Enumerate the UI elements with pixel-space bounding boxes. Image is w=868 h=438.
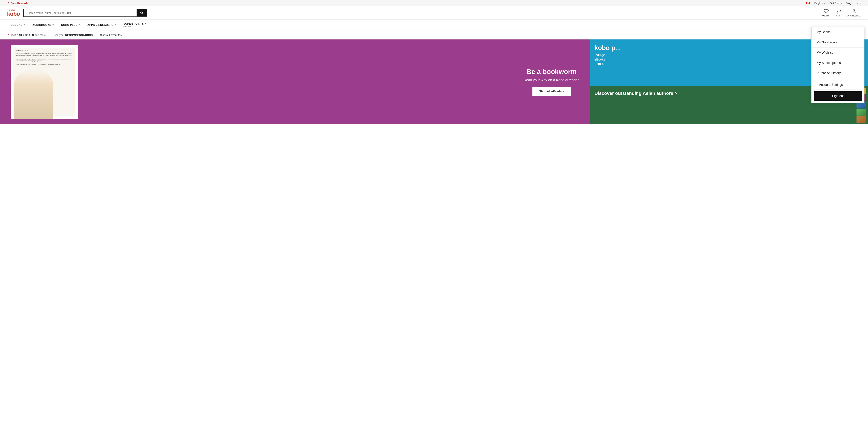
recommendations-label: See your RECOMMENDATIONS xyxy=(54,33,93,36)
nav-koboplus-label: KOBO PLUS xyxy=(61,23,78,26)
header-actions: Wishlist Cart My Account ▲ xyxy=(822,9,861,17)
search-bar xyxy=(23,9,147,17)
hero-subtitle: Read your way on a Kobo eReader. xyxy=(524,78,580,82)
dropdown-purchase-history[interactable]: Purchase History xyxy=(812,68,864,79)
earn-rewards-link[interactable]: Earn Rewards xyxy=(10,2,28,5)
my-account-label: My Account xyxy=(846,14,858,17)
nav-ebooks-label: eBOOKS xyxy=(10,23,23,26)
purchase-history-label: Purchase History xyxy=(816,71,841,75)
help-link[interactable]: Help xyxy=(856,2,861,5)
secondary-nav: ⚑ Get DAILY DEALS and more! See your REC… xyxy=(0,30,868,39)
my-subscriptions-label: My Subscriptions xyxy=(816,61,841,65)
hero-area: CHAPTER II · 1 OF 19 It was pleasant to … xyxy=(0,39,868,124)
my-account-action[interactable]: My Account ▲ xyxy=(846,9,861,17)
recommendations-link[interactable]: See your RECOMMENDATIONS xyxy=(50,33,96,37)
account-dropdown: My Books My Notebooks My Wishlist My Sub… xyxy=(811,27,865,103)
gift-cards-link[interactable]: Gift Cards xyxy=(830,2,842,5)
book-cover-5 xyxy=(857,116,866,123)
my-wishlist-label: My Wishlist xyxy=(816,51,833,54)
cart-action[interactable]: Cart xyxy=(836,9,841,17)
daily-deals-label: Get DAILY DEALS and more! xyxy=(11,33,46,36)
sign-out-label: Sign out xyxy=(832,94,844,98)
ereader-frame: CHAPTER II · 1 OF 19 It was pleasant to … xyxy=(10,45,78,119)
my-books-label: My Books xyxy=(816,30,831,34)
blog-link[interactable]: Blog xyxy=(846,2,851,5)
super-points-balance: Balance: 0 xyxy=(123,26,147,28)
book-text: It was pleasant to wake up in Florence, … xyxy=(16,53,73,66)
hero-left-banner: CHAPTER II · 1 OF 19 It was pleasant to … xyxy=(0,39,590,124)
search-button[interactable] xyxy=(136,9,147,17)
nav-audiobooks-label: AUDIOBOOKS xyxy=(32,23,51,26)
nav-audiobooks[interactable]: AUDIOBOOKS ▼ xyxy=(29,21,58,29)
language-selector[interactable]: English ▼ xyxy=(814,2,825,5)
shop-ereaders-button[interactable]: Shop All eReaders xyxy=(532,87,571,96)
book-cover-3 xyxy=(857,102,866,109)
cart-label: Cart xyxy=(836,14,841,17)
svg-point-0 xyxy=(837,13,838,13)
nav-koboplus[interactable]: KOBO PLUS ▼ xyxy=(58,21,84,29)
account-chevron-icon: ▲ xyxy=(859,15,861,17)
search-input[interactable] xyxy=(24,9,136,17)
my-account-label-row: My Account ▲ xyxy=(846,14,861,17)
top-bar: ⚑ Earn Rewards 🇨🇦 English ▼ Gift Cards B… xyxy=(0,0,868,6)
search-icon xyxy=(140,11,144,15)
dropdown-my-books[interactable]: My Books xyxy=(812,27,864,37)
super-points-section: SUPER POINTS ▼ Balance: 0 xyxy=(123,22,147,28)
wishlist-label: Wishlist xyxy=(822,14,830,17)
header: Rakuten kobo Wishlist Cart xyxy=(0,6,868,20)
top-bar-right: 🇨🇦 English ▼ Gift Cards Blog Help xyxy=(806,1,861,5)
svg-point-2 xyxy=(853,9,855,11)
discover-title: Discover outstanding Asian authors > xyxy=(594,90,677,96)
canada-flag-icon: 🇨🇦 xyxy=(806,1,810,5)
dropdown-my-wishlist[interactable]: My Wishlist xyxy=(812,48,864,58)
ebooks-chevron-icon: ▼ xyxy=(24,24,25,26)
dropdown-my-notebooks[interactable]: My Notebooks xyxy=(812,37,864,48)
dropdown-sign-out[interactable]: Sign out xyxy=(814,91,862,101)
flag-icon: ⚑ xyxy=(7,1,9,5)
cart-icon xyxy=(836,9,841,13)
heart-icon xyxy=(824,9,829,13)
chapter-label: CHAPTER II · 1 OF 19 xyxy=(16,50,73,52)
language-chevron-icon: ▼ xyxy=(824,2,826,4)
svg-point-1 xyxy=(839,13,840,13)
dropdown-my-subscriptions[interactable]: My Subscriptions xyxy=(812,58,864,68)
nav-superpoints-label: SUPER POINTS xyxy=(123,22,144,25)
daily-deals-link[interactable]: ⚑ Get DAILY DEALS and more! xyxy=(7,32,50,37)
language-label: English xyxy=(814,2,823,5)
hero-title: Be a bookworm xyxy=(524,68,580,76)
wishlist-action[interactable]: Wishlist xyxy=(822,9,830,17)
my-notebooks-label: My Notebooks xyxy=(816,40,837,44)
nav-ebooks[interactable]: eBOOKS ▼ xyxy=(7,21,29,29)
logo[interactable]: Rakuten kobo xyxy=(7,9,20,17)
koboplus-chevron-icon: ▼ xyxy=(79,24,80,26)
audiobooks-chevron-icon: ▼ xyxy=(52,24,54,26)
dropdown-account-settings[interactable]: Account Settings xyxy=(814,80,862,90)
person-shape xyxy=(14,69,53,119)
nav-apps-ereaders[interactable]: APPS & eREADERS ▼ xyxy=(84,21,120,29)
nav-super-points[interactable]: SUPER POINTS ▼ Balance: 0 xyxy=(120,20,150,30)
superpoints-chevron-icon: ▼ xyxy=(145,23,147,25)
person-figure xyxy=(14,69,53,119)
nav-apps-label: APPS & eREADERS xyxy=(87,23,114,26)
user-icon xyxy=(851,9,856,13)
classic-favourites-label: Classic Favourites xyxy=(100,33,122,36)
account-settings-label: Account Settings xyxy=(819,83,843,87)
nav-bar: eBOOKS ▼ AUDIOBOOKS ▼ KOBO PLUS ▼ APPS &… xyxy=(0,20,868,30)
book-cover-4 xyxy=(857,109,866,116)
promo-flag-icon: ⚑ xyxy=(7,33,10,37)
kobo-text: kobo xyxy=(7,11,20,17)
logo-container: Rakuten kobo xyxy=(7,9,20,17)
discover-text: Discover outstanding Asian authors > xyxy=(594,90,677,96)
hero-text-block: Be a bookworm Read your way on a Kobo eR… xyxy=(524,68,580,96)
top-bar-left: ⚑ Earn Rewards xyxy=(7,1,28,5)
apps-chevron-icon: ▼ xyxy=(115,24,116,26)
classic-favourites-link[interactable]: Classic Favourites xyxy=(96,33,125,37)
